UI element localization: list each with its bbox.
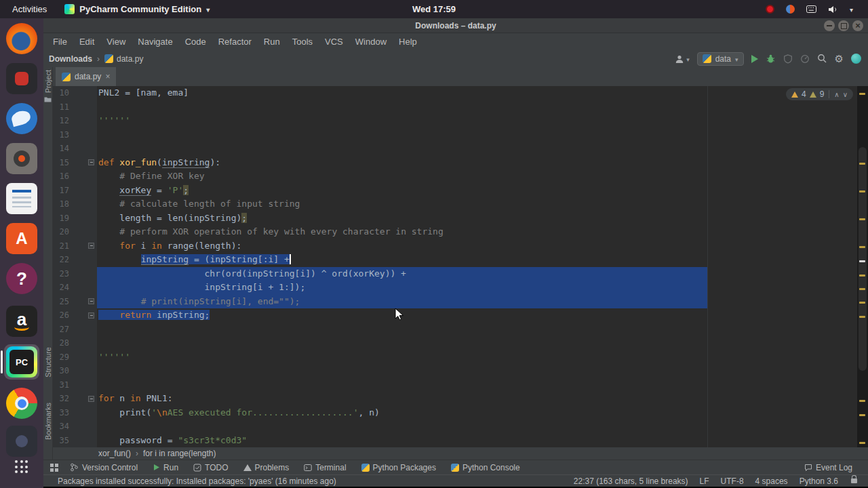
gutter-line[interactable]: 33 xyxy=(53,406,97,420)
toolbar-python-console[interactable]: Python Console xyxy=(443,463,528,472)
gutter-line[interactable]: 10 xyxy=(53,86,97,100)
stripe-mark[interactable] xyxy=(859,190,865,192)
clock[interactable]: Wed 17:59 xyxy=(0,4,868,14)
breadcrumb-downloads[interactable]: Downloads xyxy=(49,54,92,64)
toolbar-event-log[interactable]: Event Log xyxy=(797,463,860,472)
close-tab-icon[interactable] xyxy=(105,72,110,81)
code-line[interactable]: # calculate length of input string xyxy=(97,197,857,211)
libreoffice-writer-icon[interactable] xyxy=(6,183,37,214)
code-line[interactable]: length = len(inpString); xyxy=(97,211,857,226)
gutter-line[interactable]: 13 xyxy=(53,128,97,142)
toolwindow-bookmarks[interactable]: Bookmarks xyxy=(43,403,52,440)
maximize-button[interactable] xyxy=(838,20,849,31)
code-line[interactable]: '''''' xyxy=(97,350,857,365)
lock-icon[interactable] xyxy=(851,479,857,483)
system-menu-chevron-icon[interactable] xyxy=(850,4,853,14)
show-applications-icon[interactable] xyxy=(15,460,28,474)
code-line[interactable]: for i in range(length): xyxy=(97,239,857,253)
gutter-line[interactable]: 34 xyxy=(53,420,97,434)
code-line[interactable]: for n in PNL1: xyxy=(97,392,857,406)
menu-vcs[interactable]: VCS xyxy=(319,35,349,49)
toolbar-python-packages[interactable]: Python Packages xyxy=(354,463,443,472)
code-line[interactable]: PNL2 = [nam, ema] xyxy=(97,86,857,100)
code-line[interactable]: inpString[i + 1:]); xyxy=(97,281,857,295)
scrollbar-thumb[interactable] xyxy=(859,147,867,371)
gutter-line[interactable]: 24 xyxy=(53,281,97,295)
minimize-button[interactable] xyxy=(824,20,835,31)
menu-code[interactable]: Code xyxy=(179,35,212,49)
stripe-mark[interactable] xyxy=(859,414,865,416)
vcs-user-button[interactable] xyxy=(675,54,690,64)
next-issue-icon[interactable] xyxy=(843,89,848,99)
editor-code[interactable]: PNL2 = [nam, ema]''''''def xor_fun(inpSt… xyxy=(97,86,857,447)
code-line[interactable] xyxy=(97,336,857,350)
toolbar-todo[interactable]: TODO xyxy=(186,463,235,472)
gutter-line[interactable]: 14 xyxy=(53,142,97,156)
gutter-line[interactable]: 18 xyxy=(53,197,97,211)
firefox-icon[interactable] xyxy=(6,23,37,54)
menu-window[interactable]: Window xyxy=(349,35,393,49)
inspections-widget[interactable]: 4 9 xyxy=(786,88,853,100)
code-line[interactable]: return inpString; xyxy=(97,308,857,323)
menu-file[interactable]: File xyxy=(47,35,73,49)
caret-position[interactable]: 22:37 (163 chars, 5 line breaks) xyxy=(574,476,688,486)
amazon-icon[interactable] xyxy=(6,306,37,337)
stripe-mark[interactable] xyxy=(859,163,865,165)
toolbar-problems[interactable]: Problems xyxy=(236,463,297,472)
gutter-line[interactable]: 11 xyxy=(53,100,97,115)
breadcrumb-loop[interactable]: for i in range(length) xyxy=(143,449,216,458)
thunderbird-icon[interactable] xyxy=(6,103,37,134)
editor-gutter[interactable]: 1011121314151617181920212223242526272829… xyxy=(53,86,97,447)
stripe-mark[interactable] xyxy=(859,288,865,290)
dark-app-icon[interactable] xyxy=(6,426,37,457)
status-message[interactable]: Packages installed successfully: Install… xyxy=(58,476,336,486)
fold-marker-icon[interactable] xyxy=(88,312,94,319)
help-icon[interactable] xyxy=(6,263,37,294)
stripe-mark[interactable] xyxy=(859,442,865,444)
menu-view[interactable]: View xyxy=(100,35,132,49)
gutter-line[interactable]: 26 xyxy=(53,308,97,323)
code-line[interactable] xyxy=(97,323,857,337)
ubuntu-software-icon[interactable] xyxy=(6,223,37,254)
code-line[interactable]: # perform XOR operation of key with ever… xyxy=(97,225,857,239)
screen-recorder-icon[interactable] xyxy=(6,63,37,94)
gutter-line[interactable]: 27 xyxy=(53,323,97,337)
gutter-line[interactable]: 12 xyxy=(53,114,97,128)
toolwindow-project[interactable]: Project xyxy=(43,70,52,102)
menu-edit[interactable]: Edit xyxy=(73,35,100,49)
fold-marker-icon[interactable] xyxy=(88,298,94,304)
close-button[interactable] xyxy=(852,20,863,31)
code-line[interactable] xyxy=(97,128,857,142)
line-ending[interactable]: LF xyxy=(700,476,709,486)
pycharm-icon[interactable] xyxy=(6,346,37,378)
interpreter[interactable]: Python 3.6 xyxy=(800,476,838,486)
menu-help[interactable]: Help xyxy=(393,35,423,49)
stripe-mark[interactable] xyxy=(859,218,865,220)
toolbar-version-control[interactable]: Version Control xyxy=(62,463,145,472)
gutter-line[interactable]: 32 xyxy=(53,392,97,406)
code-line[interactable] xyxy=(97,420,857,434)
toolbar-run[interactable]: Run xyxy=(145,463,186,472)
code-line[interactable] xyxy=(97,364,857,378)
app-indicator-icon[interactable] xyxy=(786,5,795,14)
menu-navigate[interactable]: Navigate xyxy=(132,35,178,49)
code-line[interactable] xyxy=(97,142,857,156)
code-line[interactable]: # print(inpString[i], end=""); xyxy=(97,295,857,309)
fold-marker-icon[interactable] xyxy=(88,243,94,249)
toolwindow-switcher-button[interactable] xyxy=(46,464,62,472)
indent-setting[interactable]: 4 spaces xyxy=(755,476,788,486)
chrome-icon[interactable] xyxy=(6,388,37,419)
file-encoding[interactable]: UTF-8 xyxy=(721,476,744,486)
code-line[interactable]: chr(ord(inpString[i]) ^ ord(xorKey)) + xyxy=(97,267,857,281)
window-title-bar[interactable]: Downloads – data.py xyxy=(43,18,868,33)
code-line[interactable]: def xor_fun(inpString): xyxy=(97,156,857,170)
gutter-line[interactable]: 29 xyxy=(53,350,97,365)
gutter-line[interactable]: 21 xyxy=(53,239,97,253)
toolbar-terminal[interactable]: Terminal xyxy=(296,463,353,472)
gutter-line[interactable]: 16 xyxy=(53,169,97,184)
code-line[interactable]: password = "s3cr3t*c0d3" xyxy=(97,434,857,448)
stripe-mark[interactable] xyxy=(859,93,865,95)
fold-marker-icon[interactable] xyxy=(88,159,94,165)
gutter-line[interactable]: 25 xyxy=(53,295,97,309)
menu-tools[interactable]: Tools xyxy=(286,35,319,49)
